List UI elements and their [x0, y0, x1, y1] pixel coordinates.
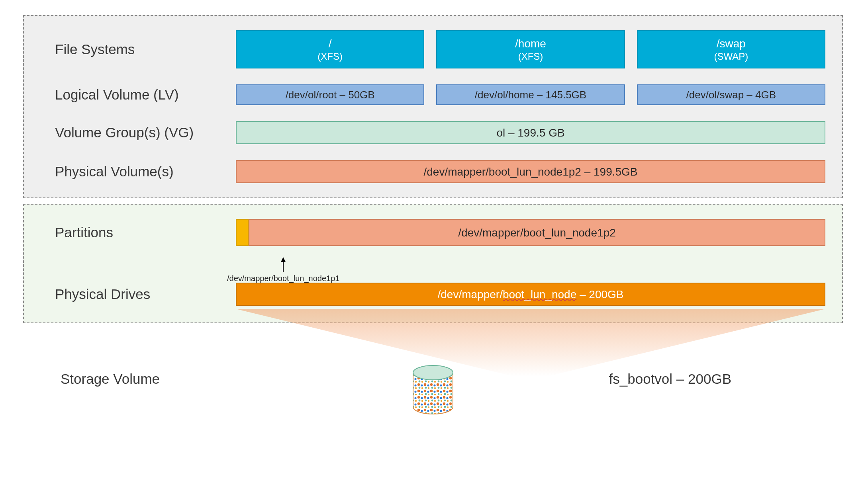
lv-root: /dev/ol/root – 50GB: [236, 84, 424, 105]
label-physical-drives: Physical Drives: [41, 286, 236, 302]
fs-root: / (XFS): [236, 30, 424, 68]
row-physical-volume: Physical Volume(s) /dev/mapper/boot_lun_…: [41, 160, 825, 183]
lv-swap: /dev/ol/swap – 4GB: [637, 84, 825, 105]
fs-swap-mount: /swap: [717, 37, 746, 51]
fs-home-type: (XFS): [518, 51, 543, 63]
label-logical-volume: Logical Volume (LV): [41, 87, 236, 103]
fs-swap-type: (SWAP): [714, 51, 748, 63]
row-file-systems: File Systems / (XFS) /home (XFS) /swap (…: [41, 30, 825, 68]
p1-callout-text: /dev/mapper/boot_lun_node1p1: [227, 272, 339, 283]
fs-root-type: (XFS): [317, 51, 343, 63]
svg-point-6: [413, 365, 453, 380]
partition-p1: [236, 219, 249, 246]
fs-home: /home (XFS): [436, 30, 625, 68]
partition-p2: /dev/mapper/boot_lun_node1p2: [249, 219, 825, 246]
storage-volume-name: fs_bootvol – 200GB: [609, 371, 731, 387]
label-physical-volume: Physical Volume(s): [41, 164, 236, 180]
row-physical-drives: Physical Drives /dev/mapper/boot_lun_nod…: [41, 283, 825, 306]
row-logical-volume: Logical Volume (LV) /dev/ol/root – 50GB …: [41, 84, 825, 105]
label-partitions: Partitions: [41, 225, 236, 240]
pd-prefix: /dev/mapper/: [437, 288, 502, 301]
row-volume-group: Volume Group(s) (VG) ol – 199.5 GB: [41, 121, 825, 144]
fs-swap: /swap (SWAP): [637, 30, 825, 68]
physical-drive: /dev/mapper/boot_lun_node – 200GB: [236, 283, 825, 306]
arrow-up-icon: [281, 257, 286, 262]
pd-device: boot_lun_node: [503, 288, 576, 301]
fs-root-mount: /: [329, 37, 332, 51]
row-partitions: Partitions /dev/mapper/boot_lun_node1p2: [41, 219, 825, 246]
label-volume-group: Volume Group(s) (VG): [41, 125, 236, 141]
label-storage-volume: Storage Volume: [23, 371, 241, 387]
lv-home: /dev/ol/home – 145.5GB: [436, 84, 625, 105]
fs-home-mount: /home: [515, 37, 546, 51]
projection-glow: [236, 309, 825, 377]
label-file-systems: File Systems: [41, 41, 236, 57]
storage-drum: [411, 364, 455, 416]
pv-bootlun: /dev/mapper/boot_lun_node1p2 – 199.5GB: [236, 160, 825, 183]
database-icon: [411, 364, 455, 415]
disk-panel: Partitions /dev/mapper/boot_lun_node1p2 …: [23, 204, 843, 323]
vg-ol: ol – 199.5 GB: [236, 121, 825, 144]
row-storage-volume: Storage Volume fs_bootvol – 200GB: [23, 371, 843, 387]
p1-callout: /dev/mapper/boot_lun_node1p1: [227, 257, 339, 283]
partitions-bar: /dev/mapper/boot_lun_node1p2: [236, 219, 825, 246]
lvm-panel: File Systems / (XFS) /home (XFS) /swap (…: [23, 15, 843, 198]
pd-suffix: – 200GB: [576, 288, 623, 301]
svg-marker-0: [236, 309, 825, 377]
